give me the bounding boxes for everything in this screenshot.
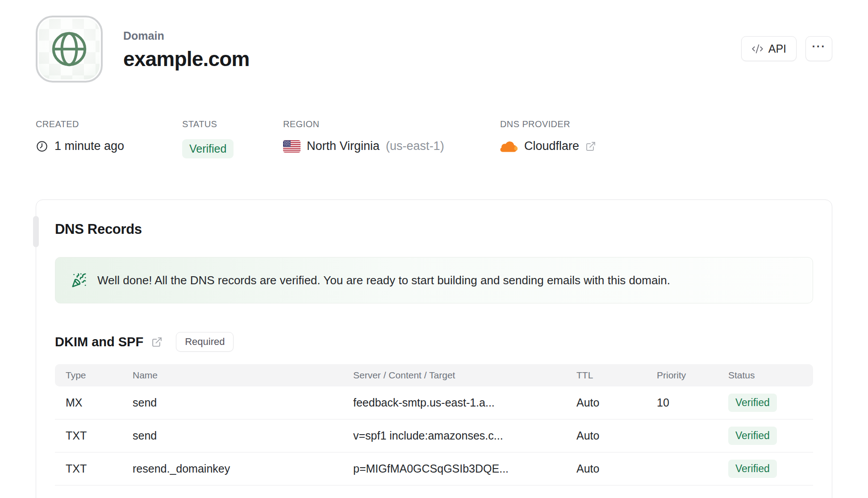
party-popper-icon (71, 273, 87, 288)
record-name: send (122, 396, 342, 409)
status-badge: Verified (182, 139, 234, 158)
success-banner: Well done! All the DNS records are verif… (55, 257, 813, 303)
col-header-priority: Priority (646, 370, 718, 381)
record-content: p=MIGfMA0GCSqGSIb3DQE... (342, 462, 566, 475)
col-header-ttl: TTL (566, 370, 646, 381)
table-row: TXT send v=spf1 include:amazonses.c... A… (55, 419, 813, 452)
domain-page: Domain example.com API ··· CREATED (0, 0, 868, 498)
code-icon (751, 43, 764, 55)
dns-provider-value: Cloudflare (524, 139, 579, 153)
domain-meta: CREATED 1 minute ago STATUS Verified (36, 119, 832, 158)
success-banner-text: Well done! All the DNS records are verif… (97, 274, 670, 287)
ellipsis-icon: ··· (812, 40, 826, 53)
record-ttl: Auto (566, 396, 646, 409)
table-row: MX send feedback-smtp.us-east-1.a... Aut… (55, 386, 813, 419)
created-label: CREATED (36, 119, 182, 129)
col-header-type: Type (55, 370, 122, 381)
region-value: North Virginia (307, 139, 380, 153)
table-row: TXT resend._domainkey p=MIGfMA0GCSqGSIb3… (55, 452, 813, 486)
col-header-content: Server / Content / Target (342, 370, 566, 381)
us-flag-icon (283, 140, 300, 153)
record-name: resend._domainkey (122, 462, 342, 475)
clock-icon (36, 140, 48, 153)
created-value: 1 minute ago (54, 139, 124, 153)
col-header-status: Status (718, 370, 813, 381)
record-type: TXT (55, 429, 122, 442)
more-options-button[interactable]: ··· (805, 36, 832, 61)
meta-created: CREATED 1 minute ago (36, 119, 182, 158)
record-name: send (122, 429, 342, 442)
meta-status: STATUS Verified (182, 119, 283, 158)
record-ttl: Auto (566, 462, 646, 475)
dkim-spf-title: DKIM and SPF (55, 335, 143, 349)
domain-avatar (36, 16, 103, 83)
api-button-label: API (768, 42, 786, 55)
dns-provider-label: DNS PROVIDER (500, 119, 596, 129)
record-status-badge: Verified (728, 460, 777, 478)
status-label: STATUS (182, 119, 283, 129)
region-label: REGION (283, 119, 500, 129)
record-content: v=spf1 include:amazonses.c... (342, 429, 566, 442)
meta-dns-provider: DNS PROVIDER Cloudflare (500, 119, 596, 158)
required-badge: Required (176, 332, 234, 352)
api-button[interactable]: API (741, 36, 797, 61)
record-type: MX (55, 396, 122, 409)
cloudflare-icon (500, 140, 518, 152)
record-type: TXT (55, 462, 122, 475)
external-link-icon[interactable] (585, 141, 596, 152)
globe-icon (49, 29, 90, 70)
dns-records-card: DNS Records Well done! All the DNS recor… (36, 199, 832, 498)
card-notch (33, 216, 39, 247)
dkim-spf-section-header: DKIM and SPF Required (55, 332, 813, 352)
table-header-row: Type Name Server / Content / Target TTL … (55, 364, 813, 386)
record-ttl: Auto (566, 429, 646, 442)
record-priority: 10 (646, 396, 718, 409)
record-status-badge: Verified (728, 394, 777, 412)
col-header-name: Name (122, 370, 342, 381)
dns-records-title: DNS Records (55, 221, 813, 237)
external-link-icon[interactable] (151, 336, 163, 348)
record-status-badge: Verified (728, 427, 777, 445)
domain-label: Domain (123, 29, 250, 42)
meta-region: REGION (283, 119, 500, 158)
page-title: example.com (123, 47, 250, 71)
record-content: feedback-smtp.us-east-1.a... (342, 396, 566, 409)
dns-records-table: Type Name Server / Content / Target TTL … (55, 364, 813, 486)
page-header: Domain example.com API ··· (36, 16, 832, 83)
region-code: (us-east-1) (386, 139, 444, 153)
